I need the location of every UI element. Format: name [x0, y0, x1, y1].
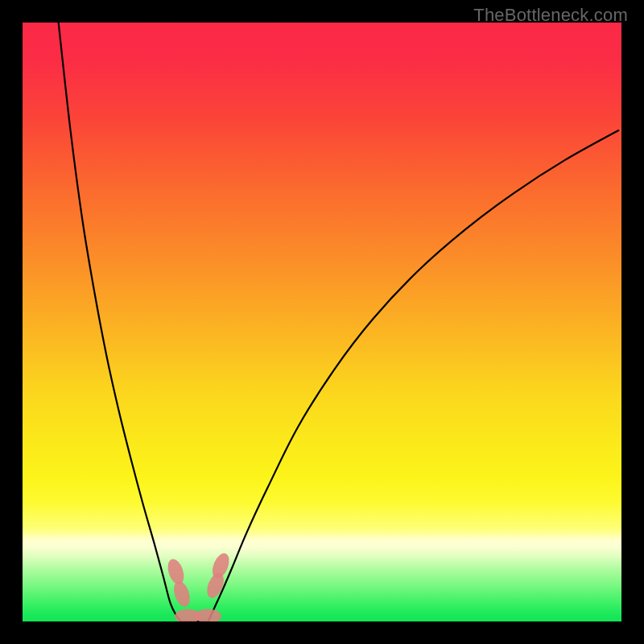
- watermark-text: TheBottleneck.com: [473, 5, 628, 26]
- plot-area: [23, 23, 621, 621]
- marker-layer: [23, 23, 621, 621]
- marker-left-upper: [165, 557, 187, 587]
- marker-bottom-right: [195, 609, 221, 621]
- marker-left-lower: [171, 579, 192, 609]
- chart-frame: TheBottleneck.com: [0, 0, 644, 644]
- marker-right-lower: [204, 571, 227, 601]
